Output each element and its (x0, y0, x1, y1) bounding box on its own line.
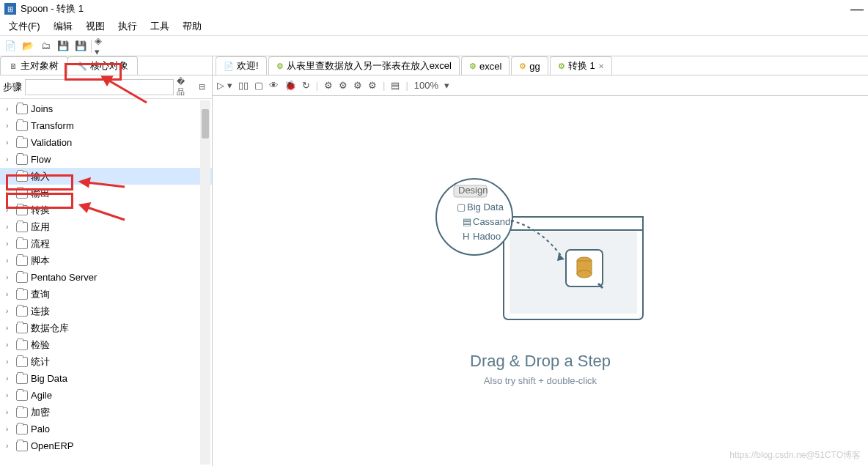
chevron-right-icon[interactable]: › (6, 223, 13, 231)
editor-tab[interactable]: 📄欢迎! (216, 56, 267, 75)
menu-view[interactable]: 视图 (80, 18, 111, 34)
tree-item-统计[interactable]: ›统计 (0, 353, 212, 370)
chevron-right-icon[interactable]: › (6, 290, 13, 298)
saveas-icon[interactable]: 💾 (73, 39, 88, 53)
folder-icon (16, 340, 28, 350)
tree-item-检验[interactable]: ›检验 (0, 336, 212, 353)
search-input[interactable] (25, 79, 174, 95)
impact-icon[interactable]: ⚙ (339, 80, 347, 91)
watermark: https://blog.csdn.ne@51CTO博客 (729, 449, 861, 462)
chevron-right-icon[interactable]: › (6, 341, 13, 349)
chevron-right-icon[interactable]: › (6, 391, 13, 399)
chevron-right-icon[interactable]: › (6, 155, 13, 163)
folder-icon (16, 323, 28, 333)
tab-main-tree[interactable]: 🗎 主对象树 (0, 56, 68, 75)
run-icon[interactable]: ▷ ▾ (217, 80, 232, 91)
tree-item-数据仓库[interactable]: ›数据仓库 (0, 319, 212, 336)
tree-item-流程[interactable]: ›流程 (0, 235, 212, 252)
explore-icon[interactable]: 🗂 (38, 39, 53, 53)
tree-label: 转换 (31, 204, 50, 217)
tree-item-big-data[interactable]: ›Big Data (0, 370, 212, 387)
tree-item-转换[interactable]: ›转换 (0, 201, 212, 218)
save-icon[interactable]: 💾 (56, 39, 70, 53)
tree-item-输出[interactable]: ›输出 (0, 185, 212, 201)
pause-icon[interactable]: ▯▯ (238, 80, 249, 91)
folder-icon (16, 424, 28, 434)
tree-item-openerp[interactable]: ›OpenERP (0, 437, 212, 454)
close-icon[interactable]: ✕ (598, 62, 604, 70)
tree-item-输入[interactable]: ›输入 (0, 168, 212, 185)
editor-tab[interactable]: ⚙gg (511, 56, 548, 75)
check-icon[interactable]: ⚙ (353, 80, 362, 91)
open-icon[interactable]: 📂 (21, 39, 35, 53)
db-icon[interactable]: ⚙ (368, 80, 377, 91)
tree-label: 脚本 (31, 254, 50, 267)
chevron-right-icon[interactable]: › (6, 206, 13, 214)
editor-tab[interactable]: ⚙从表里查数据放入另一张表在放入excel (268, 56, 460, 75)
chevron-right-icon[interactable]: › (6, 105, 13, 113)
tree-label: 流程 (31, 237, 50, 251)
preview-icon[interactable]: 👁 (269, 80, 279, 91)
folder-icon (16, 273, 28, 283)
debug-icon[interactable]: 🐞 (284, 80, 296, 91)
tree-item-加密[interactable]: ›加密 (0, 404, 212, 421)
editor-tab[interactable]: ⚙转换 1✕ (550, 56, 612, 75)
editor-tab[interactable]: ⚙excel (461, 56, 510, 75)
tree-item-agile[interactable]: ›Agile (0, 387, 212, 404)
new-icon[interactable]: 📄 (3, 39, 18, 53)
perspective-icon[interactable]: ◈ ▾ (95, 39, 109, 53)
canvas[interactable]: Design ▢ Big Data ▤ Cassandr H Hadoo Dra… (213, 96, 868, 466)
collapse-all-icon[interactable]: ⊟ (194, 80, 209, 95)
chevron-right-icon[interactable]: › (6, 442, 13, 450)
tab-label: 欢迎! (237, 59, 259, 73)
scroll-thumb[interactable] (202, 109, 209, 138)
editor-toolbar: ▷ ▾ ▯▯ ▢ 👁 🐞 ↻ | ⚙ ⚙ ⚙ ⚙ | ▤ | 100% ▾ (213, 75, 868, 96)
tree-label: Transform (31, 120, 74, 131)
chevron-right-icon[interactable]: › (6, 138, 13, 147)
tree-item-查询[interactable]: ›查询 (0, 286, 212, 303)
tree-item-应用[interactable]: ›应用 (0, 218, 212, 235)
replay-icon[interactable]: ↻ (302, 80, 310, 91)
titlebar: ⊞ Spoon - 转换 1 — (0, 0, 868, 18)
chevron-right-icon[interactable]: › (6, 324, 13, 332)
tab-core-objects[interactable]: 🔧 核心对象 (67, 56, 138, 75)
chevron-right-icon[interactable]: › (6, 240, 13, 248)
stop-icon[interactable]: ▢ (254, 80, 263, 91)
menu-run[interactable]: 执行 (112, 18, 143, 34)
chevron-right-icon[interactable]: › (6, 425, 13, 433)
folder-icon (16, 289, 28, 300)
tree-item-transform[interactable]: ›Transform (0, 117, 212, 134)
tree-item-连接[interactable]: ›连接 (0, 303, 212, 319)
menu-help[interactable]: 帮助 (177, 18, 207, 34)
tree-item-joins[interactable]: ›Joins (0, 100, 212, 117)
chevron-right-icon[interactable]: › (6, 374, 13, 382)
chevron-right-icon[interactable]: › (6, 307, 13, 315)
menu-tools[interactable]: 工具 (144, 18, 175, 34)
minimize-button[interactable]: — (850, 1, 864, 17)
svg-text:Big Data: Big Data (467, 201, 504, 212)
tree-item-validation[interactable]: ›Validation (0, 134, 212, 151)
chevron-right-icon[interactable]: › (6, 122, 13, 130)
metrics-icon[interactable]: ▤ (391, 80, 400, 91)
chevron-right-icon[interactable]: › (6, 172, 13, 180)
expand-all-icon[interactable]: �品 (177, 80, 191, 95)
tab-icon: ⚙ (469, 62, 477, 71)
chevron-right-icon[interactable]: › (6, 358, 13, 366)
svg-text:▤: ▤ (463, 216, 471, 227)
tree-item-flow[interactable]: ›Flow (0, 151, 212, 168)
chevron-right-icon[interactable]: › (6, 189, 13, 197)
chevron-right-icon[interactable]: › (6, 256, 13, 265)
tree-item-脚本[interactable]: ›脚本 (0, 252, 212, 269)
tree-item-pentaho-server[interactable]: ›Pentaho Server (0, 269, 212, 286)
svg-text:Design: Design (458, 185, 488, 196)
menu-edit[interactable]: 编辑 (48, 18, 78, 34)
chevron-right-icon[interactable]: › (6, 408, 13, 416)
tree-item-palo[interactable]: ›Palo (0, 421, 212, 437)
sql-icon[interactable]: ⚙ (324, 80, 333, 91)
menu-file[interactable]: 文件(F) (3, 18, 46, 34)
svg-point-6 (577, 270, 592, 278)
zoom-dropdown[interactable]: ▾ (444, 80, 449, 91)
chevron-right-icon[interactable]: › (6, 273, 13, 281)
scrollbar[interactable] (200, 100, 210, 465)
step-tree[interactable]: ›Joins›Transform›Validation›Flow›输入›输出›转… (0, 99, 212, 466)
